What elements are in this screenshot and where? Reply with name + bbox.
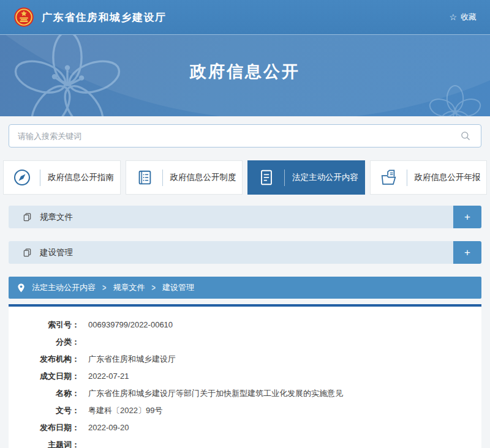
- field-label: 发布机构：: [21, 351, 80, 368]
- field-value: 粤建科〔2022〕99号: [88, 402, 162, 419]
- field-label: 主题词：: [21, 436, 80, 448]
- tab-label: 法定主动公开内容: [292, 172, 358, 183]
- detail-row-issuing-agency: 发布机构： 广东省住房和城乡建设厅: [21, 351, 469, 368]
- accordion-construction-management[interactable]: 建设管理 +: [9, 241, 481, 264]
- book-icon: [134, 168, 155, 187]
- tab-statutory-disclosure[interactable]: 法定主动公开内容: [247, 160, 365, 195]
- site-brand[interactable]: 广东省住房和城乡建设厅: [13, 7, 167, 28]
- site-header: 广东省住房和城乡建设厅 ☆ 收藏: [0, 0, 490, 35]
- field-label: 文号：: [21, 402, 80, 419]
- compass-icon: [12, 168, 32, 187]
- tab-disclosure-system[interactable]: 政府信息公开制度: [126, 160, 243, 195]
- detail-row-document-number: 文号： 粤建科〔2022〕99号: [21, 402, 469, 419]
- divider: [162, 170, 163, 186]
- tab-annual-report[interactable]: 政府信息公开年报: [370, 160, 488, 195]
- breadcrumb-item-construction-management[interactable]: 建设管理: [162, 282, 194, 293]
- accordion-label: 建设管理: [40, 247, 73, 258]
- favorite-button[interactable]: ☆ 收藏: [449, 12, 477, 23]
- location-pin-icon: [17, 283, 25, 293]
- field-label: 名称：: [21, 385, 80, 402]
- document-icon: [256, 168, 277, 187]
- banner: 政府信息公开: [0, 35, 490, 116]
- field-value: 广东省住房和城乡建设厅等部门关于加快新型建筑工业化发展的实施意见: [88, 385, 343, 402]
- detail-row-index-number: 索引号： 006939799/2022-00610: [21, 316, 469, 334]
- star-icon: ☆: [449, 13, 457, 21]
- detail-row-keywords: 主题词：: [21, 436, 469, 448]
- tab-label: 政府信息公开制度: [170, 172, 236, 183]
- detail-row-written-date: 成文日期： 2022-07-21: [21, 368, 469, 385]
- expand-button[interactable]: +: [453, 241, 481, 264]
- breadcrumb-item-regulation-documents[interactable]: 规章文件: [113, 282, 145, 293]
- main-content: 政府信息公开指南 政府信息公开制度: [0, 124, 490, 448]
- document-copy-icon: [23, 212, 32, 222]
- detail-row-title: 名称： 广东省住房和城乡建设厅等部门关于加快新型建筑工业化发展的实施意见: [21, 385, 469, 402]
- field-label: 发布日期：: [21, 419, 80, 436]
- field-label: 索引号：: [21, 316, 80, 334]
- site-title: 广东省住房和城乡建设厅: [42, 10, 167, 24]
- divider: [284, 170, 285, 186]
- breadcrumb: 法定主动公开内容 > 规章文件 > 建设管理: [9, 277, 481, 299]
- disclosure-tabs: 政府信息公开指南 政府信息公开制度: [3, 160, 487, 195]
- chevron-right-icon: >: [102, 283, 106, 293]
- national-emblem-icon: [13, 7, 34, 28]
- detail-row-category: 分类：: [21, 334, 469, 351]
- search-box: [9, 124, 481, 147]
- divider: [407, 170, 407, 186]
- document-copy-icon: [23, 248, 32, 257]
- search-input[interactable]: [9, 124, 481, 147]
- search-button[interactable]: [454, 127, 477, 145]
- accordion-label: 规章文件: [40, 212, 73, 223]
- document-detail-panel: 索引号： 006939799/2022-00610 分类： 发布机构： 广东省住…: [9, 304, 481, 448]
- tab-disclosure-guide[interactable]: 政府信息公开指南: [3, 160, 121, 195]
- tab-label: 政府信息公开年报: [415, 172, 481, 183]
- field-value: 2022-09-20: [88, 419, 129, 436]
- page-title: 政府信息公开: [0, 61, 490, 83]
- field-value: 006939799/2022-00610: [88, 316, 173, 334]
- favorite-label: 收藏: [461, 12, 477, 23]
- chevron-right-icon: >: [151, 283, 155, 293]
- breadcrumb-item-statutory-disclosure[interactable]: 法定主动公开内容: [32, 282, 96, 293]
- expand-button[interactable]: +: [453, 206, 481, 228]
- field-value: 2022-07-21: [88, 368, 129, 385]
- search-icon: [459, 130, 472, 142]
- accordion-regulation-documents[interactable]: 规章文件 +: [9, 206, 481, 228]
- blossom-decoration-icon: [409, 78, 490, 116]
- open-folder-icon: [379, 168, 399, 187]
- field-label: 成文日期：: [21, 368, 80, 385]
- detail-row-publish-date: 发布日期： 2022-09-20: [21, 419, 469, 436]
- tab-label: 政府信息公开指南: [48, 172, 114, 183]
- divider: [40, 170, 40, 186]
- field-label: 分类：: [21, 334, 80, 351]
- field-value: 广东省住房和城乡建设厅: [88, 351, 176, 368]
